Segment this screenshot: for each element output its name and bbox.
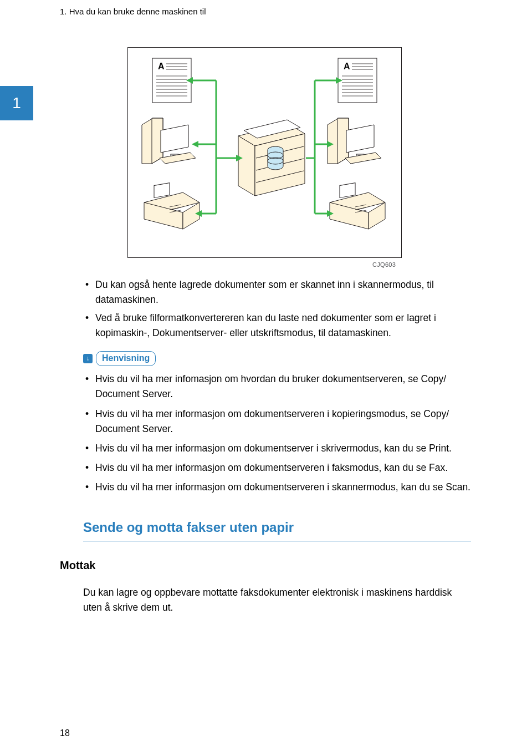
running-header: 1. Hva du kan bruke denne maskinen til xyxy=(60,7,206,16)
page-number: 18 xyxy=(60,728,70,738)
diagram-figure: A A xyxy=(127,47,402,266)
fax-icon xyxy=(330,183,385,229)
svg-rect-26 xyxy=(154,183,170,198)
arrow-down-icon: ↓ xyxy=(83,354,93,363)
list-item: Hvis du vil ha mer informasjon om dokume… xyxy=(83,407,471,437)
list-item: Ved å bruke filformatkonvertereren kan d… xyxy=(83,311,471,341)
svg-rect-30 xyxy=(340,183,355,198)
network-diagram-icon: A A xyxy=(127,47,402,258)
page-body: Du kan også hente lagrede dokumenter som… xyxy=(83,277,471,616)
document-icon: A xyxy=(338,58,377,103)
svg-marker-41 xyxy=(192,141,198,148)
printer-server-icon xyxy=(238,120,305,196)
document-icon: A xyxy=(152,58,191,103)
fax-icon xyxy=(144,183,200,229)
list-item: Hvis du vil ha mer infomasjon om hvordan… xyxy=(83,372,471,402)
reference-badge: ↓ Henvisning xyxy=(83,351,156,367)
section-subheading: Mottak xyxy=(60,557,471,574)
svg-text:A: A xyxy=(344,62,350,71)
list-item: Hvis du vil ha mer informasjon om dokume… xyxy=(83,480,471,495)
computer-icon xyxy=(142,118,196,164)
reference-list: Hvis du vil ha mer infomasjon om hvordan… xyxy=(83,372,471,495)
section-body: Du kan lagre og oppbevare mottatte faksd… xyxy=(83,585,471,615)
section-heading: Sende og motta fakser uten papir xyxy=(83,517,471,541)
intro-bullet-list: Du kan også hente lagrede dokumenter som… xyxy=(83,277,471,341)
reference-label: Henvisning xyxy=(96,351,156,367)
list-item: Hvis du vil ha mer informasjon om dokume… xyxy=(83,441,471,456)
figure-code: CJQ603 xyxy=(372,261,396,268)
computer-icon xyxy=(328,118,381,164)
list-item: Du kan også hente lagrede dokumenter som… xyxy=(83,277,471,307)
svg-text:A: A xyxy=(158,62,165,71)
chapter-tab: 1 xyxy=(0,86,33,120)
list-item: Hvis du vil ha mer informasjon om dokume… xyxy=(83,460,471,475)
